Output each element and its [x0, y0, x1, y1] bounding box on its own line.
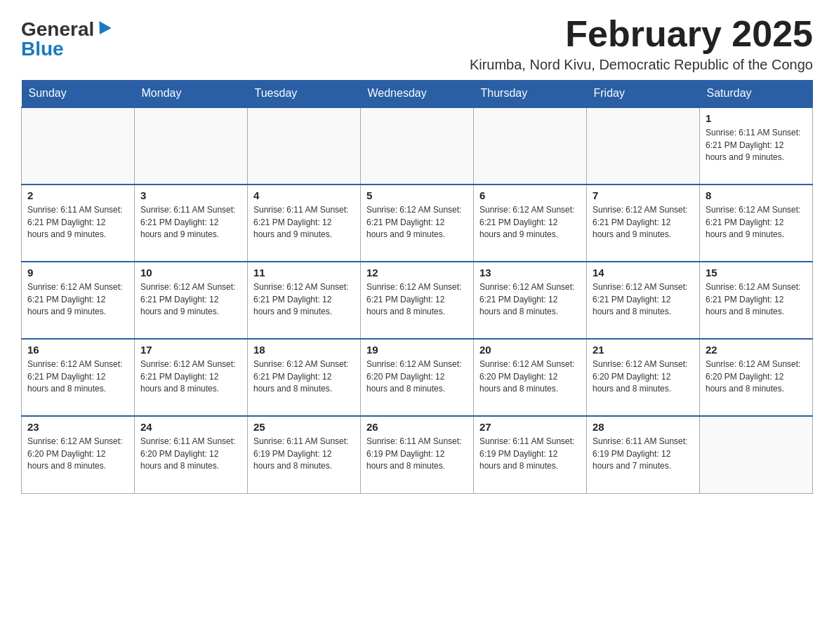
calendar-day-cell: 15Sunrise: 6:12 AM Sunset: 6:21 PM Dayli… [700, 262, 813, 339]
calendar-day-cell: 3Sunrise: 6:11 AM Sunset: 6:21 PM Daylig… [135, 185, 248, 262]
day-number: 8 [706, 189, 807, 201]
calendar-day-cell: 6Sunrise: 6:12 AM Sunset: 6:21 PM Daylig… [474, 185, 587, 262]
weekday-header: Thursday [474, 80, 587, 107]
calendar-day-cell: 4Sunrise: 6:11 AM Sunset: 6:21 PM Daylig… [248, 185, 361, 262]
calendar-week-row: 9Sunrise: 6:12 AM Sunset: 6:21 PM Daylig… [22, 262, 813, 339]
day-info: Sunrise: 6:11 AM Sunset: 6:21 PM Dayligh… [706, 127, 807, 163]
calendar-day-cell: 1Sunrise: 6:11 AM Sunset: 6:21 PM Daylig… [700, 107, 813, 185]
day-info: Sunrise: 6:11 AM Sunset: 6:21 PM Dayligh… [253, 204, 355, 241]
day-info: Sunrise: 6:12 AM Sunset: 6:21 PM Dayligh… [479, 281, 581, 318]
calendar-day-cell: 25Sunrise: 6:11 AM Sunset: 6:19 PM Dayli… [248, 416, 361, 493]
day-number: 17 [140, 344, 241, 356]
day-number: 16 [27, 344, 128, 356]
day-number: 24 [140, 421, 241, 433]
calendar-day-cell: 14Sunrise: 6:12 AM Sunset: 6:21 PM Dayli… [587, 262, 700, 339]
day-number: 28 [593, 421, 694, 433]
calendar-day-cell: 27Sunrise: 6:11 AM Sunset: 6:19 PM Dayli… [474, 416, 587, 493]
day-info: Sunrise: 6:12 AM Sunset: 6:21 PM Dayligh… [253, 281, 355, 318]
calendar-day-cell: 22Sunrise: 6:12 AM Sunset: 6:20 PM Dayli… [700, 339, 813, 416]
calendar-day-cell: 28Sunrise: 6:11 AM Sunset: 6:19 PM Dayli… [587, 416, 700, 493]
day-number: 19 [366, 344, 468, 356]
day-info: Sunrise: 6:12 AM Sunset: 6:21 PM Dayligh… [593, 204, 694, 241]
day-info: Sunrise: 6:12 AM Sunset: 6:20 PM Dayligh… [706, 358, 807, 395]
day-number: 21 [593, 344, 694, 356]
day-number: 20 [479, 344, 581, 356]
calendar-day-cell: 5Sunrise: 6:12 AM Sunset: 6:21 PM Daylig… [361, 185, 474, 262]
calendar-day-cell: 24Sunrise: 6:11 AM Sunset: 6:20 PM Dayli… [135, 416, 248, 493]
day-info: Sunrise: 6:12 AM Sunset: 6:21 PM Dayligh… [27, 281, 128, 318]
day-number: 6 [479, 189, 581, 201]
calendar-day-cell [587, 107, 700, 185]
day-info: Sunrise: 6:12 AM Sunset: 6:21 PM Dayligh… [140, 281, 241, 318]
calendar-week-row: 16Sunrise: 6:12 AM Sunset: 6:21 PM Dayli… [22, 339, 813, 416]
day-number: 12 [366, 267, 468, 279]
day-number: 14 [593, 267, 694, 279]
header: General Blue February 2025 Kirumba, Nord… [21, 14, 813, 73]
day-info: Sunrise: 6:12 AM Sunset: 6:21 PM Dayligh… [366, 204, 468, 241]
weekday-header: Wednesday [361, 80, 474, 107]
logo-blue: Blue [21, 38, 64, 60]
calendar-day-cell: 20Sunrise: 6:12 AM Sunset: 6:20 PM Dayli… [474, 339, 587, 416]
day-info: Sunrise: 6:11 AM Sunset: 6:21 PM Dayligh… [27, 204, 128, 241]
day-number: 3 [140, 189, 241, 201]
calendar-day-cell: 18Sunrise: 6:12 AM Sunset: 6:21 PM Dayli… [248, 339, 361, 416]
calendar-day-cell [248, 107, 361, 185]
day-number: 15 [706, 267, 807, 279]
calendar-day-cell [361, 107, 474, 185]
day-number: 23 [27, 421, 128, 433]
weekday-header: Saturday [700, 80, 813, 107]
calendar-day-cell: 16Sunrise: 6:12 AM Sunset: 6:21 PM Dayli… [22, 339, 135, 416]
day-number: 22 [706, 344, 807, 356]
day-number: 7 [593, 189, 694, 201]
day-info: Sunrise: 6:12 AM Sunset: 6:21 PM Dayligh… [27, 358, 128, 395]
day-number: 10 [140, 267, 241, 279]
day-number: 26 [366, 421, 468, 433]
day-info: Sunrise: 6:12 AM Sunset: 6:21 PM Dayligh… [706, 204, 807, 241]
calendar-day-cell: 26Sunrise: 6:11 AM Sunset: 6:19 PM Dayli… [361, 416, 474, 493]
day-info: Sunrise: 6:12 AM Sunset: 6:21 PM Dayligh… [253, 358, 355, 395]
day-info: Sunrise: 6:12 AM Sunset: 6:20 PM Dayligh… [366, 358, 468, 395]
calendar-day-cell: 19Sunrise: 6:12 AM Sunset: 6:20 PM Dayli… [361, 339, 474, 416]
day-number: 18 [253, 344, 355, 356]
calendar-week-row: 1Sunrise: 6:11 AM Sunset: 6:21 PM Daylig… [22, 107, 813, 185]
calendar-day-cell [700, 416, 813, 493]
day-info: Sunrise: 6:12 AM Sunset: 6:20 PM Dayligh… [479, 358, 581, 395]
logo-general: General [21, 20, 94, 39]
calendar-day-cell: 13Sunrise: 6:12 AM Sunset: 6:21 PM Dayli… [474, 262, 587, 339]
calendar-day-cell: 7Sunrise: 6:12 AM Sunset: 6:21 PM Daylig… [587, 185, 700, 262]
logo: General Blue [21, 20, 110, 59]
calendar-header-row: SundayMondayTuesdayWednesdayThursdayFrid… [22, 80, 813, 107]
month-title: February 2025 [470, 14, 813, 54]
day-info: Sunrise: 6:11 AM Sunset: 6:21 PM Dayligh… [140, 204, 241, 241]
day-info: Sunrise: 6:11 AM Sunset: 6:20 PM Dayligh… [140, 436, 241, 472]
calendar-day-cell: 12Sunrise: 6:12 AM Sunset: 6:21 PM Dayli… [361, 262, 474, 339]
day-number: 27 [479, 421, 581, 433]
day-info: Sunrise: 6:12 AM Sunset: 6:21 PM Dayligh… [479, 204, 581, 241]
logo-triangle-icon [94, 21, 112, 38]
location-subtitle: Kirumba, Nord Kivu, Democratic Republic … [470, 57, 813, 73]
day-number: 9 [27, 267, 128, 279]
weekday-header: Sunday [22, 80, 135, 107]
calendar-day-cell: 9Sunrise: 6:12 AM Sunset: 6:21 PM Daylig… [22, 262, 135, 339]
day-info: Sunrise: 6:12 AM Sunset: 6:21 PM Dayligh… [366, 281, 468, 318]
day-info: Sunrise: 6:11 AM Sunset: 6:19 PM Dayligh… [253, 436, 355, 472]
day-number: 1 [706, 112, 807, 124]
calendar-day-cell [22, 107, 135, 185]
day-info: Sunrise: 6:12 AM Sunset: 6:21 PM Dayligh… [593, 281, 694, 318]
day-info: Sunrise: 6:12 AM Sunset: 6:21 PM Dayligh… [140, 358, 241, 395]
day-number: 5 [366, 189, 468, 201]
weekday-header: Friday [587, 80, 700, 107]
weekday-header: Tuesday [248, 80, 361, 107]
calendar-day-cell [135, 107, 248, 185]
calendar-table: SundayMondayTuesdayWednesdayThursdayFrid… [21, 80, 813, 494]
calendar-day-cell: 17Sunrise: 6:12 AM Sunset: 6:21 PM Dayli… [135, 339, 248, 416]
calendar-day-cell: 8Sunrise: 6:12 AM Sunset: 6:21 PM Daylig… [700, 185, 813, 262]
calendar-day-cell: 10Sunrise: 6:12 AM Sunset: 6:21 PM Dayli… [135, 262, 248, 339]
calendar-week-row: 23Sunrise: 6:12 AM Sunset: 6:20 PM Dayli… [22, 416, 813, 493]
calendar-day-cell: 21Sunrise: 6:12 AM Sunset: 6:20 PM Dayli… [587, 339, 700, 416]
day-info: Sunrise: 6:12 AM Sunset: 6:20 PM Dayligh… [27, 436, 128, 472]
day-number: 11 [253, 267, 355, 279]
calendar-day-cell: 23Sunrise: 6:12 AM Sunset: 6:20 PM Dayli… [22, 416, 135, 493]
day-number: 25 [253, 421, 355, 433]
day-number: 13 [479, 267, 581, 279]
